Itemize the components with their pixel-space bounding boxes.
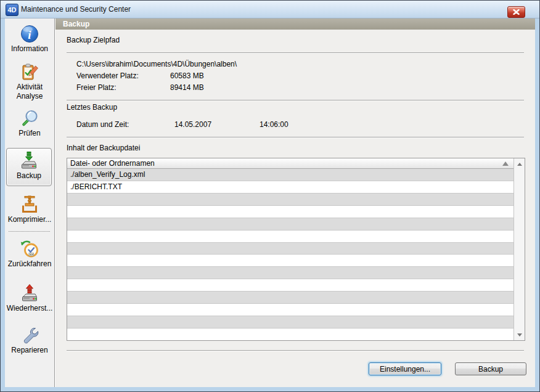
sidebar: i Information Aktivität Analyse <box>5 18 55 387</box>
sort-asc-icon <box>502 161 509 166</box>
settings-button[interactable]: Einstellungen... <box>369 362 441 375</box>
last-backup-date: 14.05.2007 <box>174 120 211 129</box>
sidebar-item-label: Aktivität <box>5 83 54 91</box>
table-row[interactable] <box>67 231 513 243</box>
separator <box>67 137 524 137</box>
app-logo-icon: 4D <box>6 4 18 16</box>
close-icon <box>513 9 520 15</box>
title-bar: 4D Maintenance und Security Center <box>1 1 539 18</box>
verify-icon <box>20 108 39 128</box>
section-title-zielpfad: Backup Zielpfad <box>67 36 120 44</box>
free-space-value: 89414 MB <box>170 83 204 92</box>
table-row[interactable] <box>67 329 513 340</box>
sidebar-item-pruefen[interactable]: Prüfen <box>5 108 54 137</box>
table-row[interactable] <box>67 194 513 206</box>
table-column-header-label: Datei- oder Ordnernamen <box>70 159 155 168</box>
sidebar-item-label: Backup <box>7 171 51 180</box>
backup-button[interactable]: Backup <box>455 362 526 375</box>
compact-icon <box>20 195 39 214</box>
activity-analysis-icon <box>20 62 39 82</box>
backup-icon <box>19 151 39 171</box>
sidebar-item-komprimieren[interactable]: Komprimier... <box>5 195 54 224</box>
scroll-up-icon[interactable] <box>514 159 525 169</box>
table-row[interactable] <box>67 267 513 279</box>
table-row[interactable] <box>67 243 513 255</box>
sidebar-item-label: Zurückfahren <box>5 259 54 268</box>
sidebar-separator <box>9 231 50 232</box>
section-title-inhalt: Inhalt der Backupdatei <box>67 144 140 152</box>
table-row[interactable] <box>67 279 513 292</box>
table-row[interactable] <box>67 206 513 218</box>
sidebar-item-reparieren[interactable]: Reparieren <box>5 325 54 354</box>
separator <box>67 52 524 53</box>
table-column-header[interactable]: Datei- oder Ordnernamen <box>67 158 513 169</box>
panel-header: Backup <box>55 18 535 30</box>
repair-icon <box>20 325 39 345</box>
sidebar-item-label: Wiederherst... <box>5 304 54 312</box>
backup-content-table: Datei- oder Ordnernamen ./alben_Verify_L… <box>67 158 525 341</box>
info-icon: i <box>20 24 39 44</box>
sidebar-item-label: Reparieren <box>5 346 54 354</box>
used-space-label: Verwendeter Platz: <box>76 71 139 80</box>
scroll-down-icon[interactable] <box>514 330 525 340</box>
separator <box>67 350 524 351</box>
table-row[interactable] <box>67 218 513 231</box>
last-backup-time: 14:06:00 <box>260 120 288 129</box>
backup-table-body: ./alben_Verify_Log.xml./BERICHT.TXT <box>67 169 513 340</box>
backup-button-label: Backup <box>478 365 503 374</box>
table-row[interactable] <box>67 304 513 316</box>
datetime-label: Datum und Zeit: <box>76 120 129 129</box>
used-space-value: 60583 MB <box>170 71 204 80</box>
sidebar-item-label: Information <box>5 44 54 53</box>
window-title: Maintenance und Security Center <box>21 1 131 18</box>
table-row[interactable]: ./alben_Verify_Log.xml <box>67 169 513 181</box>
sidebar-item-information[interactable]: i Information <box>5 24 54 53</box>
backup-target-path: C:\Users\ibrahim\Documents\4D\Übungen\al… <box>76 60 237 68</box>
settings-button-label: Einstellungen... <box>380 365 430 374</box>
sidebar-item-label: Komprimier... <box>5 215 54 224</box>
svg-text:i: i <box>28 28 31 41</box>
sidebar-item-aktivitaet-analyse[interactable]: Aktivität Analyse <box>5 62 54 100</box>
section-title-letztes-backup: Letztes Backup <box>67 103 117 112</box>
table-row[interactable] <box>67 316 513 329</box>
sidebar-item-label: Prüfen <box>5 129 54 137</box>
separator <box>67 100 524 100</box>
sidebar-item-zurueckfahren[interactable]: Zurückfahren <box>5 239 54 268</box>
free-space-label: Freier Platz: <box>76 83 117 92</box>
close-button[interactable] <box>507 6 525 18</box>
table-vertical-scrollbar[interactable] <box>513 158 525 340</box>
table-row[interactable] <box>67 292 513 304</box>
sidebar-item-wiederherstellen[interactable]: Wiederherst... <box>5 284 54 312</box>
sidebar-item-backup[interactable]: Backup <box>6 148 52 186</box>
rollback-icon <box>20 239 39 259</box>
main-panel: Backup Backup Zielpfad C:\Users\ibrahim\… <box>55 18 535 387</box>
restore-icon <box>20 284 39 303</box>
app-window: i Information Aktivität Analyse <box>5 18 535 387</box>
table-row[interactable]: ./BERICHT.TXT <box>67 181 513 194</box>
backup-page: Backup Zielpfad C:\Users\ibrahim\Documen… <box>55 30 535 387</box>
sidebar-item-label: Analyse <box>5 92 54 100</box>
table-row[interactable] <box>67 255 513 267</box>
